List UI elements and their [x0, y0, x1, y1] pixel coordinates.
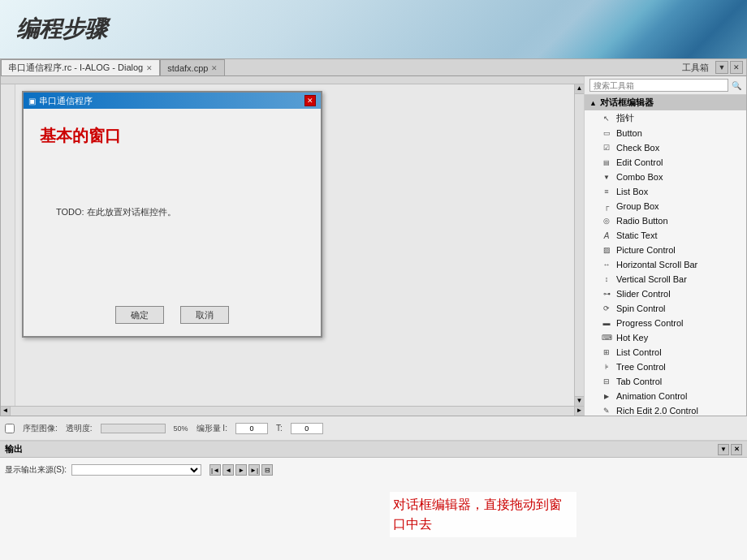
output-title: 输出	[5, 443, 23, 455]
property-label4: T:	[276, 424, 283, 433]
output-source-select[interactable]	[71, 464, 201, 476]
output-content: 显示输出来源(S): |◄ ◄ ► ►| ⊟	[0, 458, 747, 479]
toolbox-item-label: Radio Button	[616, 216, 740, 226]
toolbox-item-label: Button	[616, 128, 740, 138]
toolbox-item-label: Check Box	[616, 143, 740, 153]
output-toolbar-btn1[interactable]: |◄	[209, 464, 221, 476]
tab-stdafx[interactable]: stdafx.cpp ✕	[160, 59, 225, 75]
toolbox-item-label: Group Box	[616, 201, 740, 211]
toolbox-item-static[interactable]: Static Text	[585, 228, 746, 243]
dialog-titlebar: ▣ 串口通信程序 ✕	[24, 93, 321, 109]
toolbox-item-treectrl[interactable]: Tree Control	[585, 360, 746, 374]
dialog-todo-text: TODO: 在此放置对话框控件。	[56, 206, 176, 218]
output-toolbar-btn3[interactable]: ►	[235, 464, 247, 476]
toolbox-item-button[interactable]: Button	[585, 126, 746, 140]
property-slider[interactable]	[101, 424, 166, 433]
search-icon: 🔍	[732, 81, 741, 90]
tab-dialog-close-icon[interactable]: ✕	[146, 64, 153, 72]
output-pin-btn[interactable]: ▼	[718, 444, 729, 455]
ide-area: 串口通信程序.rc - I-ALOG - Dialog ✕ stdafx.cpp…	[0, 58, 747, 416]
editor-vscrollbar[interactable]: ▲ ▼	[574, 84, 584, 406]
toolbox-item-label: Spin Control	[616, 304, 740, 313]
dialog-body: 基本的窗口 TODO: 在此放置对话框控件。 确定 取消	[24, 109, 321, 336]
scrollbar-down-btn[interactable]: ▼	[575, 396, 584, 406]
output-header: 输出 ▼ ✕	[0, 442, 747, 458]
main-content-row: ▣ 串口通信程序 ✕ 基本的窗口 TODO: 在此放置对话框控件。 确定 取消	[1, 76, 746, 416]
property-input2[interactable]	[291, 423, 323, 434]
toolbox-search-bar: 🔍	[585, 76, 746, 95]
toolbox-item-listbox[interactable]: List Box	[585, 184, 746, 199]
dialog-close-button[interactable]: ✕	[304, 95, 316, 106]
output-toolbar-btn5[interactable]: ⊟	[261, 464, 273, 476]
bottom-area: 序型图像: 透明度: 50% 编形量 I: T: 输出 ▼ ✕ 显示输出来源(S…	[0, 416, 747, 560]
header-decor-shape	[503, 0, 747, 58]
toolbox-item-hotkey[interactable]: Hot Key	[585, 330, 746, 345]
property-label1: 序型图像:	[23, 423, 58, 434]
toolbox-category-header[interactable]: ▲ 对话框编辑器	[585, 95, 746, 110]
toolbox-item-animate[interactable]: Animation Control	[585, 389, 746, 403]
toolbox-item-edit[interactable]: Edit Control	[585, 155, 746, 170]
toolbox-item-label: Combo Box	[616, 172, 740, 182]
property-checkbox[interactable]	[5, 424, 15, 433]
toolbox-item-label: Tab Control	[616, 377, 740, 386]
editor-hscrollbar[interactable]: ◄ ►	[1, 406, 584, 416]
toolbox-item-progress[interactable]: Progress Control	[585, 316, 746, 330]
toolbox-item-picture[interactable]: Picture Control	[585, 243, 746, 257]
dialog-buttons: 确定 取消	[115, 306, 229, 324]
toolbox-item-radio[interactable]: Radio Button	[585, 213, 746, 228]
category-expand-icon: ▲	[589, 99, 597, 107]
toolbox-item-label: Hot Key	[616, 333, 740, 342]
toolbox-items-list: 指针 Button Check Box Edit Control	[585, 110, 746, 416]
toolbox-item-label: Tree Control	[616, 362, 740, 372]
toolbox-item-label: List Box	[616, 187, 740, 196]
tab-stdafx-close-icon[interactable]: ✕	[211, 64, 218, 72]
dialog-confirm-button[interactable]: 确定	[115, 306, 164, 324]
toolbox-item-checkbox[interactable]: Check Box	[585, 140, 746, 155]
category-label: 对话框编辑器	[600, 97, 654, 109]
toolbox-item-hscroll[interactable]: Horizontal Scroll Bar	[585, 257, 746, 272]
output-close-btn[interactable]: ✕	[731, 444, 742, 455]
dialog-title-text: 串口通信程序	[39, 95, 304, 107]
scrollbar-left-btn[interactable]: ◄	[1, 407, 11, 416]
toolbox-item-label: Progress Control	[616, 318, 740, 328]
toolbox-item-label: Rich Edit 2.0 Control	[616, 406, 740, 416]
toolbox-item-groupbox[interactable]: Group Box	[585, 199, 746, 213]
scrollbar-up-btn[interactable]: ▲	[575, 84, 584, 94]
dialog-cancel-button[interactable]: 取消	[180, 306, 229, 324]
dialog-icon: ▣	[28, 97, 36, 106]
toolbox-item-tabctrl[interactable]: Tab Control	[585, 374, 746, 389]
output-toolbar-btn4[interactable]: ►|	[248, 464, 260, 476]
toolbox-item-label: Picture Control	[616, 245, 740, 255]
toolbox-item-spin[interactable]: Spin Control	[585, 301, 746, 316]
toolbox-item-vscroll[interactable]: Vertical Scroll Bar	[585, 272, 746, 286]
toolbox-search-input[interactable]	[589, 79, 728, 92]
toolbox-item-richedit[interactable]: Rich Edit 2.0 Control	[585, 403, 746, 416]
scrollbar-right-btn[interactable]: ►	[574, 407, 584, 416]
slider-icon	[601, 288, 612, 299]
tab-pin-btn[interactable]: ▼	[715, 61, 728, 74]
property-input1[interactable]	[235, 423, 268, 434]
toolbox-item-slider[interactable]: Slider Control	[585, 286, 746, 301]
tab-dialog-label: 串口通信程序.rc - I-ALOG - Dialog	[8, 62, 143, 74]
toolbox-item-combo[interactable]: Combo Box	[585, 170, 746, 184]
property-label2: 透明度:	[66, 423, 93, 434]
button-icon	[601, 127, 612, 139]
tab-close-btn[interactable]: ✕	[730, 61, 743, 74]
property-slider-pct: 50%	[174, 424, 188, 433]
output-toolbar-btn2[interactable]: ◄	[222, 464, 234, 476]
radio-icon	[601, 215, 612, 226]
toolbox-item-cursor[interactable]: 指针	[585, 110, 746, 126]
left-panel: ▣ 串口通信程序 ✕ 基本的窗口 TODO: 在此放置对话框控件。 确定 取消	[1, 76, 584, 416]
groupbox-icon	[601, 200, 612, 212]
tabctrl-icon	[601, 376, 612, 387]
dialog-window: ▣ 串口通信程序 ✕ 基本的窗口 TODO: 在此放置对话框控件。 确定 取消	[22, 91, 322, 338]
ruler	[1, 76, 584, 84]
tab-dialog[interactable]: 串口通信程序.rc - I-ALOG - Dialog ✕	[1, 59, 160, 75]
toolbox-item-listctrl[interactable]: List Control	[585, 345, 746, 360]
output-panel: 输出 ▼ ✕ 显示输出来源(S): |◄ ◄ ► ►| ⊟	[0, 441, 747, 560]
toolbox-tab-label: 工具箱	[682, 62, 709, 74]
listctrl-icon	[601, 347, 612, 358]
dialog-canvas: ▣ 串口通信程序 ✕ 基本的窗口 TODO: 在此放置对话框控件。 确定 取消	[15, 84, 574, 406]
edit-icon	[601, 157, 612, 168]
hotkey-icon	[601, 332, 612, 343]
